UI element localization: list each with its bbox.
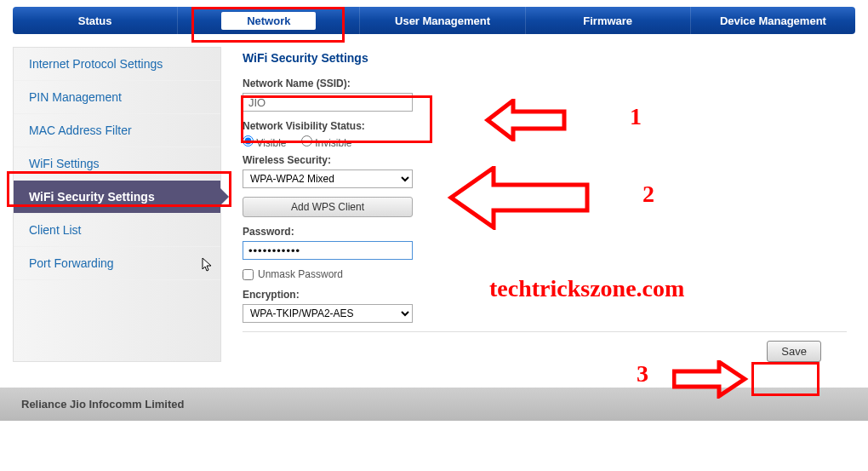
sidebar-item-pin-management[interactable]: PIN Management	[14, 81, 220, 114]
ssid-input[interactable]	[243, 93, 413, 112]
nav-network[interactable]: Network	[178, 7, 360, 34]
divider	[243, 331, 847, 332]
visibility-label: Network Visibility Status:	[243, 120, 847, 132]
sidebar-item-wifi-security[interactable]: WiFi Security Settings	[14, 181, 220, 214]
sidebar-item-client-list[interactable]: Client List	[14, 214, 220, 247]
radio-invisible[interactable]: Invisible	[301, 137, 352, 149]
password-input[interactable]	[243, 241, 413, 260]
nav-firmware[interactable]: Firmware	[526, 7, 691, 34]
sidebar-item-port-forwarding[interactable]: Port Forwarding	[14, 247, 220, 280]
main-content: WiFi Security Settings Network Name (SSI…	[243, 47, 855, 362]
ssid-label: Network Name (SSID):	[243, 78, 847, 89]
nav-status[interactable]: Status	[13, 7, 178, 34]
annotation-number-3: 3	[637, 360, 648, 388]
sidebar-item-internet-protocol[interactable]: Internet Protocol Settings	[14, 48, 220, 81]
add-wps-button[interactable]: Add WPS Client	[243, 197, 413, 217]
unmask-checkbox[interactable]	[243, 269, 254, 280]
footer: Reliance Jio Infocomm Limited	[0, 388, 868, 421]
sidebar-item-wifi-settings[interactable]: WiFi Settings	[14, 147, 220, 181]
cursor-icon	[202, 257, 214, 273]
sidebar: Internet Protocol Settings PIN Managemen…	[13, 47, 221, 362]
top-nav: Status Network User Management Firmware …	[13, 7, 855, 34]
radio-visible[interactable]: Visible	[243, 137, 286, 149]
nav-user-management[interactable]: User Management	[360, 7, 525, 34]
save-button[interactable]: Save	[767, 341, 821, 362]
security-select[interactable]: WPA-WPA2 Mixed	[243, 169, 413, 188]
security-label: Wireless Security:	[243, 154, 847, 166]
nav-device-management[interactable]: Device Management	[691, 7, 855, 34]
sidebar-item-mac-filter[interactable]: MAC Address Filter	[14, 114, 220, 147]
page-title: WiFi Security Settings	[243, 51, 847, 65]
sidebar-item-label: Port Forwarding	[29, 256, 114, 270]
encryption-select[interactable]: WPA-TKIP/WPA2-AES	[243, 304, 413, 323]
password-label: Password:	[243, 226, 847, 238]
encryption-label: Encryption:	[243, 289, 847, 301]
unmask-label: Unmask Password	[258, 268, 343, 280]
